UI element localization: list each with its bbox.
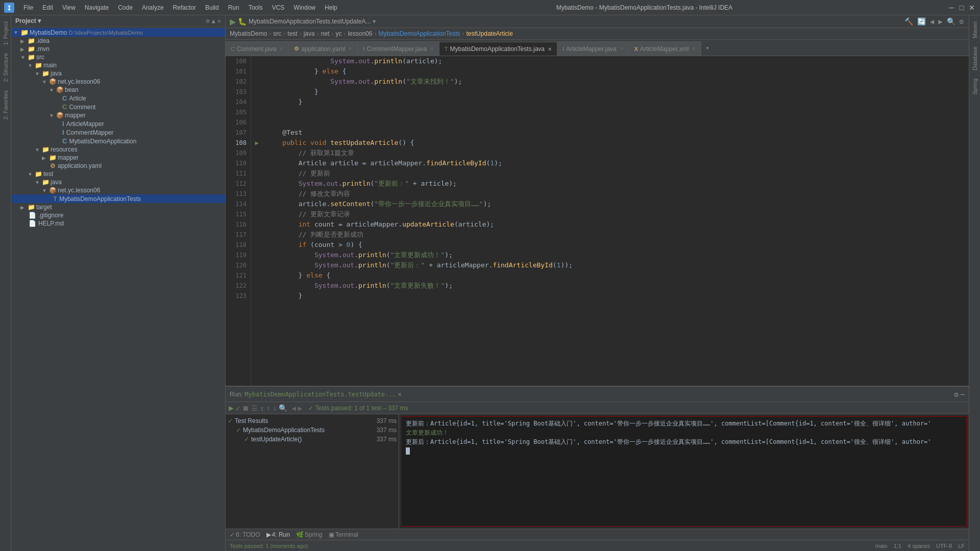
bc-tests[interactable]: MybatisDemoApplicationTests [378, 30, 460, 37]
maven-panel-label[interactable]: Maven [971, 17, 979, 42]
run-button[interactable]: ▶ [230, 17, 236, 27]
bc-yc[interactable]: yc [335, 30, 341, 37]
tree-article[interactable]: C Article [11, 94, 225, 103]
bc-method[interactable]: testUpdateArticle [467, 30, 513, 37]
tab-mybatistests[interactable]: T MybatisDemoApplicationTests.java ✕ [439, 42, 557, 56]
tree-mvn[interactable]: ▶ 📁 .mvn [11, 45, 225, 53]
debug-button[interactable]: 🐛 [238, 17, 247, 26]
tree-idea[interactable]: ▶ 📁 .idea [11, 37, 225, 45]
bc-test[interactable]: test [287, 30, 297, 37]
menu-analyze[interactable]: Analyze [138, 3, 168, 12]
menu-build[interactable]: Build [201, 3, 223, 12]
menu-file[interactable]: File [19, 3, 37, 12]
back-icon[interactable]: ◀ [929, 16, 935, 27]
code-content[interactable]: System.out.println(article); } else { Sy… [262, 56, 969, 386]
maximize-button[interactable]: □ [958, 4, 966, 12]
run-tab-close[interactable]: × [398, 391, 402, 398]
tree-target[interactable]: ▶ 📁 target [11, 203, 225, 211]
tree-main[interactable]: ▼ 📁 main [11, 61, 225, 69]
spring-panel-label[interactable]: Spring [971, 74, 979, 99]
bc-java[interactable]: java [304, 30, 315, 37]
tab-close[interactable]: ✕ [620, 46, 624, 52]
spring-tab[interactable]: 🌿 Spring [296, 531, 323, 538]
bc-src[interactable]: src [273, 30, 281, 37]
menu-window[interactable]: Window [289, 3, 320, 12]
run-tab-active[interactable]: MybatisDemoApplicationTests.testUpdate..… [244, 391, 396, 398]
tree-comment[interactable]: C Comment [11, 103, 225, 111]
run-sort-icon[interactable]: ↕ [260, 404, 264, 412]
status-indent[interactable]: 4 spaces [908, 543, 930, 549]
rerun-button[interactable]: ▶ [229, 403, 234, 413]
tree-java-main[interactable]: ▼ 📁 java [11, 69, 225, 78]
run-search-icon[interactable]: 🔍 [279, 404, 287, 412]
tree-src[interactable]: ▼ 📁 src [11, 53, 225, 61]
run-minimize-icon[interactable]: ─ [961, 390, 965, 398]
sidebar-collapse-icon[interactable]: ▲ [212, 17, 215, 24]
tab-close[interactable]: ✕ [348, 46, 352, 52]
tree-bean[interactable]: ▼ 📦 bean [11, 86, 225, 94]
tab-close[interactable]: ✕ [279, 46, 283, 52]
status-position[interactable]: 1:1 [894, 543, 901, 549]
tab-commentmapper[interactable]: I CommentMapper.java ✕ [358, 41, 439, 56]
minimize-button[interactable]: ─ [947, 4, 955, 12]
run-next-icon[interactable]: ▶ [298, 404, 302, 412]
menu-refactor[interactable]: Refactor [169, 3, 200, 12]
menu-vcs[interactable]: VCS [268, 3, 289, 12]
bc-lesson06[interactable]: lesson06 [348, 30, 372, 37]
test-method-item[interactable]: ✓ testUpdateArticle() 337 ms [228, 435, 397, 444]
structure-panel-label[interactable]: 2: Structure [2, 49, 10, 86]
tab-close[interactable]: ✕ [430, 46, 434, 52]
tree-mapper-folder[interactable]: ▶ 📁 mapper [11, 154, 225, 162]
menu-run[interactable]: Run [224, 3, 243, 12]
sync-icon[interactable]: 🔄 [916, 16, 927, 27]
tree-appyaml[interactable]: ⚙ application.yaml [11, 162, 225, 170]
tree-package-main[interactable]: ▼ 📦 net.yc.lesson06 [11, 78, 225, 86]
tree-package-test[interactable]: ▼ 📦 net.yc.lesson06 [11, 186, 225, 194]
tree-mapper-pkg[interactable]: ▼ 📦 mapper [11, 111, 225, 119]
tree-resources[interactable]: ▼ 📁 resources [11, 145, 225, 154]
tree-gitignore[interactable]: 📄 .gitignore [11, 211, 225, 219]
tree-commentmapper[interactable]: I CommentMapper [11, 128, 225, 137]
build-icon[interactable]: 🔨 [903, 16, 914, 27]
gutter-run[interactable]: ▶ [251, 138, 262, 148]
close-button[interactable]: ✕ [968, 4, 976, 12]
test-results-root[interactable]: ✓ Test Results 337 ms [228, 416, 397, 425]
tree-articlemapper[interactable]: I ArticleMapper [11, 119, 225, 128]
tabs-more[interactable]: ▾ [701, 42, 713, 54]
run-stop-icon[interactable]: ⏹ [242, 404, 249, 412]
run-prev-icon[interactable]: ◀ [291, 404, 296, 412]
terminal-tab[interactable]: ▣ Terminal [329, 531, 358, 538]
forward-icon[interactable]: ▶ [937, 16, 943, 27]
bc-mybatisdemo[interactable]: MybatisDemo [230, 30, 267, 37]
status-linesep[interactable]: LF [958, 543, 965, 549]
test-class-item[interactable]: ✓ MybatisDemoApplicationTests 337 ms [228, 425, 397, 435]
status-encoding[interactable]: UTF-8 [936, 543, 952, 549]
run-config-dropdown[interactable]: MybatisDemoApplicationTests.testUpdateA.… [249, 18, 371, 25]
status-git[interactable]: main [875, 543, 888, 549]
todo-tab[interactable]: ✓ 6: TODO [230, 531, 260, 538]
menu-view[interactable]: View [58, 3, 80, 12]
tree-root[interactable]: ▼ 📁 MybatisDemo D:\IdeaProjects\MybatisD… [11, 28, 225, 37]
run-up-icon[interactable]: ↑ [266, 404, 271, 412]
sidebar-settings-icon[interactable]: ⚙ [206, 17, 209, 24]
tree-helpmd[interactable]: 📄 HELP.md [11, 219, 225, 228]
menu-help[interactable]: Help [321, 3, 341, 12]
project-panel-label[interactable]: 1: Project [2, 17, 10, 49]
tree-java-test[interactable]: ▼ 📁 java [11, 178, 225, 186]
run-config-arrow[interactable]: ▾ [373, 18, 376, 25]
tree-mybatisapp[interactable]: C MybatisDemoApplication [11, 137, 225, 145]
run-filter-icon[interactable]: ☰ [251, 404, 258, 412]
run-tab-btn[interactable]: ▶ 4: Run [266, 531, 290, 538]
tab-close[interactable]: ✕ [692, 46, 696, 52]
run-check-icon[interactable]: ✓ [236, 404, 240, 412]
search-icon[interactable]: 🔍 [946, 16, 957, 27]
tab-articlexml[interactable]: X ArticleMapper.xml ✕ [629, 41, 702, 56]
sidebar-close-icon[interactable]: ✕ [217, 17, 221, 24]
menu-tools[interactable]: Tools [244, 3, 267, 12]
settings-icon[interactable]: ⚙ [959, 16, 965, 27]
database-panel-label[interactable]: Database [971, 42, 979, 74]
tree-test[interactable]: ▼ 📁 test [11, 170, 225, 178]
menu-code[interactable]: Code [114, 3, 137, 12]
menu-navigate[interactable]: Navigate [81, 3, 113, 12]
tab-appyaml[interactable]: ⚙ application.yaml ✕ [289, 41, 358, 56]
